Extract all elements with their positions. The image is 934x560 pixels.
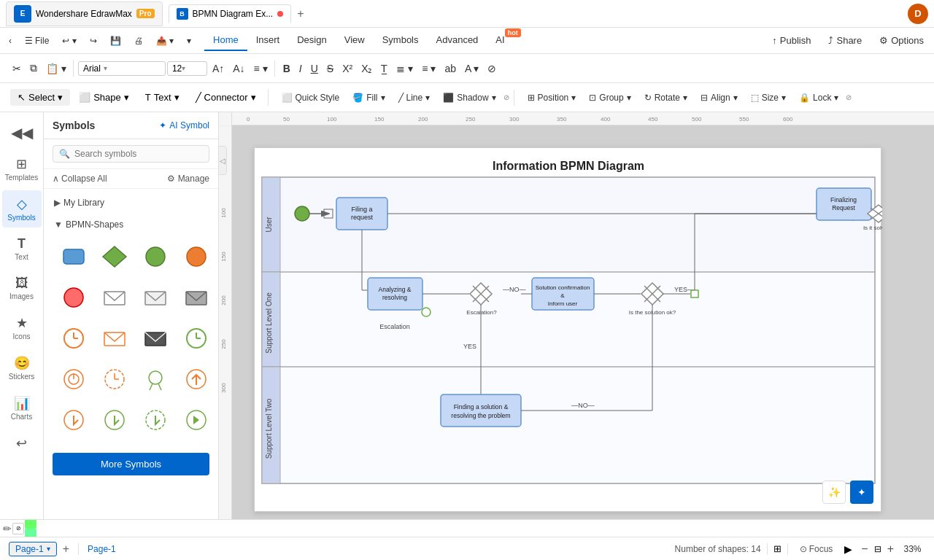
shape-arrow-outlined[interactable] [96, 402, 133, 438]
fill-button[interactable]: 🪣 Fill ▾ [347, 90, 390, 106]
zoom-in-button[interactable]: + [884, 541, 897, 557]
sidebar-item-undo[interactable]: ↩ [2, 429, 42, 457]
shape-envelope[interactable] [96, 279, 133, 316]
shape-envelope-dark[interactable] [178, 279, 215, 316]
list-button[interactable]: ≡ ▾ [418, 61, 439, 77]
share-button[interactable]: ⤴ Share [821, 32, 869, 49]
collapse-all-button[interactable]: ∧ Collapse All [53, 174, 107, 184]
font-family-select[interactable]: Arial ▾ [78, 61, 166, 76]
color-swatch[interactable] [25, 519, 36, 529]
text-tool-button[interactable]: T Text ▾ [138, 89, 187, 106]
shape-circle-orange[interactable] [178, 238, 215, 275]
shape-circle-red[interactable] [55, 279, 92, 316]
shape-medal[interactable] [137, 361, 174, 397]
publish-button[interactable]: ↑ Publish [765, 32, 818, 49]
zoom-out-button[interactable]: − [858, 541, 871, 557]
sidebar-item-text[interactable]: T Text [2, 230, 42, 267]
sidebar-item-collapse[interactable]: ◀◀ [2, 118, 42, 147]
my-library-header[interactable]: ▶ My Library [50, 195, 212, 211]
shape-tool-button[interactable]: ⬜ Shape ▾ [72, 89, 136, 106]
sidebar-item-images[interactable]: 🖼 Images [2, 270, 42, 306]
shape-arrow-big[interactable] [178, 402, 215, 438]
play-button[interactable]: ▶ [844, 543, 852, 555]
text-align-button[interactable]: ≡ ▾ [250, 61, 271, 77]
font-size-select[interactable]: 12 ▾ [167, 61, 207, 76]
lock-button[interactable]: 🔒 Lock ▾ [793, 90, 844, 106]
bpmn-shapes-header[interactable]: ▼ BPMN-Shapes [50, 217, 212, 233]
group-button[interactable]: ⊡ Group ▾ [583, 90, 636, 106]
size-button[interactable]: ⬚ Size ▾ [745, 90, 792, 106]
page-tab-1[interactable]: Page-1 ▾ [9, 542, 57, 556]
tab-symbols[interactable]: Symbols [374, 30, 428, 51]
manage-button[interactable]: ⚙ Manage [167, 174, 209, 184]
quick-style-button[interactable]: ⬜ Quick Style [276, 90, 346, 106]
shape-diamond[interactable] [96, 238, 133, 275]
print-button[interactable]: 🖨 [128, 33, 149, 49]
font-size-decrease-button[interactable]: A↓ [229, 61, 248, 77]
select-tool-button[interactable]: ↖ Select ▾ [10, 89, 70, 106]
rotate-button[interactable]: ↻ Rotate ▾ [638, 90, 693, 106]
shape-circle-green[interactable] [137, 238, 174, 275]
shape-envelope-fill-dark[interactable] [137, 320, 174, 357]
more-button[interactable]: ▾ [181, 33, 197, 49]
add-tab-button[interactable]: + [297, 7, 304, 20]
text-case-button[interactable]: T̲ [377, 61, 391, 77]
panel-collapse-handle[interactable]: ◁ [218, 146, 219, 175]
tab-advanced[interactable]: Advanced [428, 30, 487, 51]
strikethrough-button[interactable]: S [323, 61, 337, 77]
shadow-button[interactable]: ⬛ Shadow ▾ [437, 90, 501, 106]
tab-ai[interactable]: AIhot [487, 29, 529, 51]
underline-button[interactable]: U [307, 61, 322, 77]
font-color-button[interactable]: A ▾ [461, 61, 482, 77]
align-button[interactable]: ⊟ Align ▾ [695, 90, 744, 106]
file-button[interactable]: ☰ File [19, 33, 55, 49]
color-eraser[interactable]: ⊘ [12, 523, 24, 534]
cut-button[interactable]: ✂ [9, 61, 25, 77]
search-box[interactable]: 🔍 [53, 145, 209, 163]
save-button[interactable]: 💾 [104, 33, 127, 49]
sidebar-item-charts[interactable]: 📊 Charts [2, 389, 42, 427]
shape-arrow-orange2[interactable] [55, 402, 92, 438]
color-swatch[interactable] [25, 529, 36, 537]
shape-clock-orange[interactable] [55, 320, 92, 357]
canvas-scroll[interactable]: Information BPMN Diagram User Supp [232, 125, 934, 519]
paste-button[interactable]: 📋 ▾ [42, 61, 70, 77]
shape-clock-orange2[interactable] [55, 361, 92, 397]
superscript-button[interactable]: X² [339, 61, 356, 77]
redo-button[interactable]: ↪ [84, 33, 103, 49]
shape-arrow-outlined2[interactable] [137, 402, 174, 438]
tab-design[interactable]: Design [288, 30, 335, 51]
diagram-tab[interactable]: B BPMN Diagram Ex... [169, 4, 292, 23]
shape-clock-green[interactable] [178, 320, 215, 357]
pen-icon[interactable]: ✏ [3, 523, 12, 534]
tab-home[interactable]: Home [204, 30, 247, 51]
layers-button[interactable]: ⊞ [773, 543, 781, 554]
sidebar-item-templates[interactable]: ⊞ Templates [2, 150, 42, 187]
shape-rectangle[interactable] [55, 238, 92, 275]
shape-envelope-fill[interactable] [137, 279, 174, 316]
options-button[interactable]: ⚙ Options [872, 32, 931, 49]
connector-tool-button[interactable]: ╱ Connector ▾ [188, 89, 263, 106]
italic-button[interactable]: I [296, 61, 306, 77]
search-input[interactable] [74, 149, 203, 159]
undo-button[interactable]: ↩ ▾ [56, 33, 82, 49]
shape-arrow-orange[interactable] [178, 361, 215, 397]
magic-wand-button[interactable]: ✨ [822, 481, 846, 504]
shape-clock-outline[interactable] [96, 361, 133, 397]
line-button[interactable]: ╱ Line ▾ [393, 90, 436, 106]
export-button[interactable]: 📤 ▾ [150, 33, 180, 49]
font-size-increase-button[interactable]: A↑ [209, 61, 228, 77]
sidebar-item-stickers[interactable]: 😊 Stickers [2, 349, 42, 386]
fit-button[interactable]: ⊟ [874, 544, 881, 554]
sidebar-item-icons[interactable]: ★ Icons [2, 309, 42, 346]
add-page-button[interactable]: + [63, 542, 69, 556]
app-tab-edrawmax[interactable]: E Wondershare EdrawMax Pro [6, 1, 163, 26]
ai-symbol-button[interactable]: ✦ AI Symbol [159, 120, 209, 131]
shape-envelope-orange[interactable] [96, 320, 133, 357]
tab-view[interactable]: View [336, 30, 374, 51]
line-spacing-button[interactable]: ≣ ▾ [393, 61, 417, 77]
tab-insert[interactable]: Insert [247, 30, 289, 51]
copy-button[interactable]: ⧉ [26, 60, 41, 77]
subscript-button[interactable]: X₂ [358, 61, 376, 77]
more-symbols-button[interactable]: More Symbols [53, 453, 209, 475]
